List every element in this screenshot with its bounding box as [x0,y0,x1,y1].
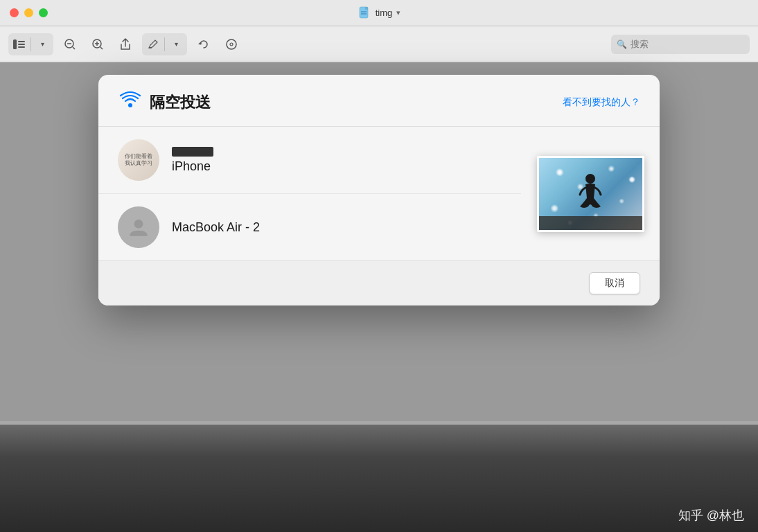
preview-figure-svg [573,170,608,218]
main-area: 知乎 @林也 隔空投送 看不到要找的人？ [0,62,758,532]
sidebar-icon [13,39,26,49]
sidebar-toggle-group: ▾ [8,33,53,55]
toolbar: ▾ ▾ [0,26,758,62]
device-name-macbook: MacBook Air - 2 [172,220,260,235]
markup-icon [147,38,159,51]
search-wrapper: 🔍 [611,35,750,54]
svg-rect-1 [365,7,368,10]
dialog-body: 你们能看着我认真学习 iPhone [98,127,660,260]
rotate-button[interactable] [193,33,215,55]
airdrop-wifi-icon [118,90,143,115]
sidebar-toggle-button[interactable] [8,33,30,55]
svg-rect-4 [13,39,17,49]
annotate-icon [225,38,238,51]
markup-group: ▾ [142,33,187,55]
preview-thumbnail [537,156,644,232]
svg-line-10 [73,47,75,49]
annotate-button[interactable] [220,33,243,55]
svg-point-20 [134,220,143,229]
dialog-footer: 取消 [98,260,660,305]
zoom-in-button[interactable] [87,33,109,55]
share-icon [119,37,132,51]
traffic-lights [10,8,48,17]
close-button[interactable] [10,8,19,17]
device-avatar-iphone: 你们能看着我认真学习 [118,139,159,181]
svg-point-18 [230,43,233,46]
cancel-button[interactable]: 取消 [589,272,640,294]
svg-point-21 [585,174,595,184]
person-icon [127,216,150,238]
macbook-avatar-placeholder [118,206,159,248]
window-title: timg ▾ [358,6,401,20]
dialog-header: 隔空投送 看不到要找的人？ [98,75,660,127]
maximize-button[interactable] [39,8,48,17]
titlebar: timg ▾ [0,0,758,26]
preview-panel [521,127,660,260]
iphone-avatar-image: 你们能看着我认真学习 [118,139,159,181]
device-avatar-macbook [118,206,159,248]
svg-rect-5 [18,41,25,42]
share-button[interactable] [114,33,136,55]
cant-find-link[interactable]: 看不到要找的人？ [563,96,640,109]
title-text: timg [376,8,393,18]
svg-point-19 [128,103,132,107]
devices-list: 你们能看着我认真学习 iPhone [98,127,521,260]
zoom-out-button[interactable] [59,33,81,55]
svg-rect-6 [18,44,25,45]
device-item-iphone[interactable]: 你们能看着我认真学习 iPhone [98,127,521,194]
svg-point-17 [227,39,236,49]
dialog-title: 隔空投送 [150,92,211,113]
dialog-title-group: 隔空投送 [118,90,211,115]
device-name-iphone: iPhone [172,159,213,174]
search-input[interactable] [611,35,750,54]
rotate-icon [197,38,210,51]
redacted-username [172,147,213,157]
markup-button[interactable] [142,33,164,55]
markup-chevron-button[interactable]: ▾ [165,33,187,55]
zoom-in-icon [91,38,104,51]
device-item-macbook[interactable]: MacBook Air - 2 [98,194,521,260]
file-icon [358,6,371,20]
svg-rect-7 [18,46,25,48]
title-chevron[interactable]: ▾ [396,8,400,17]
zoom-out-icon [64,38,76,51]
dialog-overlay: 隔空投送 看不到要找的人？ 你们能看着我认真学习 [0,62,758,532]
minimize-button[interactable] [24,8,33,17]
sidebar-chevron-button[interactable]: ▾ [31,33,53,55]
airdrop-dialog: 隔空投送 看不到要找的人？ 你们能看着我认真学习 [98,75,660,305]
svg-line-14 [100,47,103,49]
svg-marker-16 [198,42,202,44]
